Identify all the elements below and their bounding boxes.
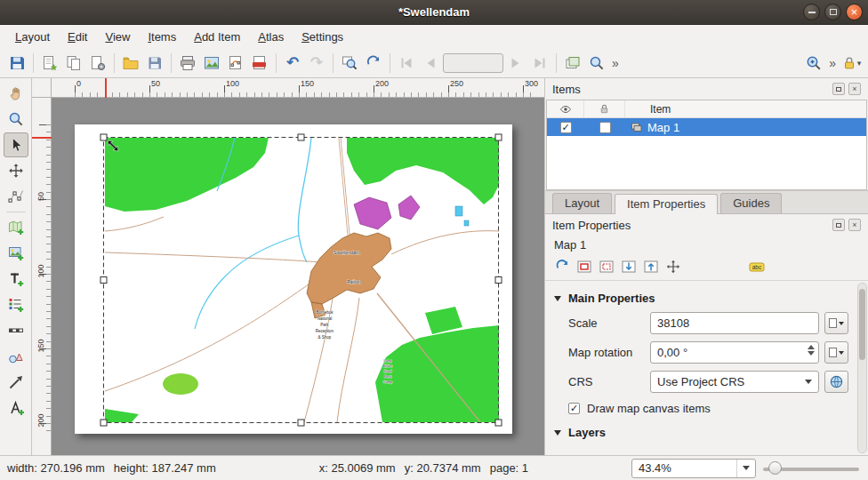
label-settings-button[interactable]: abc bbox=[747, 257, 767, 276]
handle-middle-right[interactable] bbox=[495, 277, 502, 284]
tab-item-properties[interactable]: Item Properties bbox=[615, 194, 718, 214]
handle-bottom-middle[interactable] bbox=[298, 420, 304, 426]
layout-manager-button[interactable] bbox=[86, 52, 109, 75]
handle-top-middle[interactable] bbox=[298, 134, 304, 140]
save-project-button[interactable] bbox=[5, 52, 28, 75]
preview-atlas-button[interactable] bbox=[585, 52, 608, 75]
scale-override-button[interactable] bbox=[824, 312, 848, 334]
spin-arrows[interactable] bbox=[808, 345, 815, 356]
scrollbar-thumb[interactable] bbox=[859, 289, 865, 360]
new-layout-button[interactable] bbox=[38, 52, 61, 75]
menu-layout[interactable]: Layout bbox=[7, 28, 58, 46]
select-move-item-tool-button[interactable] bbox=[4, 132, 28, 157]
props-float-button[interactable] bbox=[832, 219, 845, 231]
export-image-button[interactable] bbox=[200, 52, 223, 75]
menu-settings[interactable]: Settings bbox=[293, 28, 351, 46]
zoom-overflow-button[interactable]: » bbox=[826, 56, 839, 70]
items-close-button[interactable]: × bbox=[848, 83, 861, 95]
crs-row: CRS Use Project CRS bbox=[568, 371, 848, 393]
visibility-checkbox[interactable]: ✓ bbox=[560, 122, 572, 133]
add-shape-button[interactable] bbox=[4, 344, 28, 369]
zoom-in-button[interactable] bbox=[802, 52, 825, 75]
redo-button[interactable]: ↷ bbox=[305, 52, 328, 75]
map-rotation-spinbox[interactable]: 0,00 ° bbox=[650, 341, 819, 364]
handle-middle-left[interactable] bbox=[100, 277, 107, 284]
handle-top-left[interactable] bbox=[100, 134, 107, 140]
update-map-preview-button[interactable] bbox=[552, 257, 572, 276]
atlas-settings-button[interactable] bbox=[561, 52, 584, 75]
close-button[interactable]: × bbox=[846, 4, 863, 20]
menu-view[interactable]: View bbox=[97, 28, 138, 46]
lock-items-button[interactable]: ▾ bbox=[840, 52, 863, 75]
tab-layout[interactable]: Layout bbox=[552, 193, 612, 213]
add-label-button[interactable] bbox=[4, 267, 28, 292]
atlas-first-button[interactable] bbox=[395, 52, 418, 75]
items-float-button[interactable] bbox=[832, 83, 845, 95]
menu-add-item[interactable]: Add Item bbox=[186, 28, 248, 46]
atlas-next-button[interactable] bbox=[504, 52, 527, 75]
maximize-button[interactable] bbox=[824, 4, 841, 20]
add-map-button[interactable] bbox=[4, 215, 28, 240]
duplicate-layout-button[interactable] bbox=[62, 52, 85, 75]
lock-icon bbox=[599, 103, 610, 115]
crs-combobox[interactable]: Use Project CRS bbox=[650, 371, 819, 393]
zoom-slider[interactable] bbox=[761, 459, 861, 478]
rotation-override-button[interactable] bbox=[824, 341, 848, 364]
zoom-full-button[interactable] bbox=[338, 52, 361, 75]
undo-button[interactable]: ↶ bbox=[281, 52, 304, 75]
add-arrow-button[interactable] bbox=[4, 370, 28, 395]
scale-input[interactable] bbox=[650, 312, 819, 334]
draw-canvas-items-row[interactable]: ✓ Draw map canvas items bbox=[568, 402, 848, 415]
edit-nodes-tool-button[interactable] bbox=[4, 184, 28, 209]
properties-scroll-area[interactable]: Main Properties Scale Map rotation 0,00 … bbox=[545, 281, 868, 455]
save-template-button[interactable] bbox=[143, 52, 166, 75]
panel-tabs: Layout Item Properties Guides bbox=[545, 190, 868, 214]
svg-text:National: National bbox=[317, 316, 333, 321]
toolbar-overflow-button[interactable]: » bbox=[609, 56, 622, 70]
menu-atlas[interactable]: Atlas bbox=[250, 28, 292, 46]
add-legend-button[interactable] bbox=[4, 292, 28, 317]
lock-checkbox[interactable] bbox=[599, 122, 611, 133]
item-label: Map 1 bbox=[647, 121, 679, 134]
print-button[interactable] bbox=[176, 52, 199, 75]
pan-tool-button[interactable] bbox=[4, 81, 28, 106]
handle-top-right[interactable] bbox=[495, 134, 502, 140]
zoom-tool-button[interactable] bbox=[4, 107, 28, 132]
minimize-icon bbox=[808, 12, 816, 13]
menu-edit[interactable]: Edit bbox=[60, 28, 95, 46]
load-template-button[interactable] bbox=[119, 52, 142, 75]
items-row-map1[interactable]: ✓ Map 1 bbox=[547, 118, 866, 136]
export-svg-button[interactable] bbox=[224, 52, 247, 75]
zoom-level-combobox[interactable]: 43.4% bbox=[631, 459, 756, 478]
move-item-content-tool-button[interactable] bbox=[4, 158, 28, 183]
export-pdf-button[interactable] bbox=[248, 52, 271, 75]
handle-bottom-left[interactable] bbox=[100, 420, 107, 426]
main-properties-section-header[interactable]: Main Properties bbox=[554, 292, 847, 305]
items-panel-title: Items bbox=[552, 83, 829, 96]
properties-scrollbar[interactable] bbox=[857, 283, 867, 453]
handle-bottom-right[interactable] bbox=[495, 420, 502, 426]
atlas-previous-button[interactable] bbox=[419, 52, 442, 75]
layout-page[interactable]: Swellendam Railton Bontebok National Par… bbox=[75, 124, 512, 434]
add-picture-button[interactable] bbox=[4, 241, 28, 266]
menu-items[interactable]: Items bbox=[140, 28, 184, 46]
slider-handle[interactable] bbox=[768, 461, 782, 475]
draw-canvas-items-checkbox[interactable]: ✓ bbox=[568, 403, 580, 414]
refresh-view-button[interactable] bbox=[362, 52, 385, 75]
atlas-feature-combobox[interactable] bbox=[443, 53, 503, 73]
props-close-button[interactable]: × bbox=[848, 219, 861, 231]
add-north-arrow-button[interactable] bbox=[4, 396, 28, 420]
layout-canvas[interactable]: Swellendam Railton Bontebok National Par… bbox=[52, 98, 544, 455]
tab-guides[interactable]: Guides bbox=[720, 193, 782, 213]
minimize-button[interactable] bbox=[803, 4, 820, 20]
select-crs-button[interactable] bbox=[824, 371, 848, 393]
set-canvas-from-extent-button[interactable] bbox=[641, 257, 661, 276]
add-scalebar-button[interactable] bbox=[4, 318, 28, 343]
map-item[interactable]: Swellendam Railton Bontebok National Par… bbox=[75, 124, 512, 434]
set-scale-from-canvas-button[interactable] bbox=[619, 257, 639, 276]
move-map-content-button[interactable] bbox=[663, 257, 683, 276]
set-map-extent-button[interactable] bbox=[575, 257, 594, 276]
view-extent-in-canvas-button[interactable] bbox=[597, 257, 616, 276]
atlas-last-button[interactable] bbox=[528, 52, 551, 75]
layers-section-header[interactable]: Layers bbox=[554, 426, 847, 439]
